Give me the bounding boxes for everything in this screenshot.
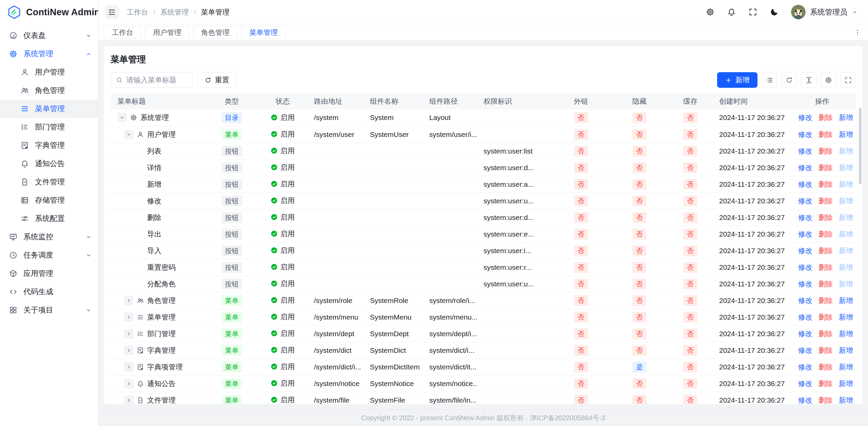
cell-permission: system:user:a... [477,176,551,192]
delete-link[interactable]: 删除 [818,297,833,304]
settings-toolbar-button[interactable] [821,72,836,88]
edit-link[interactable]: 修改 [798,180,812,188]
search-input[interactable] [126,76,188,84]
delete-link[interactable]: 删除 [818,346,833,354]
add-link[interactable]: 新增 [839,313,853,321]
delete-link[interactable]: 删除 [818,247,833,255]
delete-link[interactable]: 删除 [818,230,833,238]
add-link[interactable]: 新增 [839,297,853,304]
sidebar-subitem-file[interactable]: 文件管理 [0,173,98,191]
edit-link[interactable]: 修改 [798,230,812,238]
edit-link[interactable]: 修改 [798,197,812,205]
add-link[interactable]: 新增 [839,363,853,371]
sidebar-item-cube[interactable]: 应用管理 [0,264,98,283]
edit-link[interactable]: 修改 [798,247,812,255]
reset-button[interactable]: 重置 [197,72,236,88]
user-menu[interactable]: 系统管理员 [791,5,858,19]
edit-link[interactable]: 修改 [798,313,812,321]
column-header: 组件名称 [363,93,422,109]
sidebar-subitem-storage[interactable]: 存储管理 [0,191,98,209]
sidebar-subitem-dict[interactable]: 字典管理 [0,136,98,155]
sidebar-subitem-menu[interactable]: 菜单管理 [0,100,98,118]
delete-link[interactable]: 删除 [818,263,833,271]
settings-button[interactable] [706,7,715,17]
tab-3[interactable]: 角色管理 [193,26,238,39]
delete-link[interactable]: 删除 [818,330,833,338]
status-badge: 否 [683,112,697,123]
add-button[interactable]: 新增 [717,72,757,88]
edit-link[interactable]: 修改 [798,346,812,354]
edit-link[interactable]: 修改 [798,297,812,304]
bell-button[interactable] [727,7,736,17]
sidebar-item-dashboard[interactable]: 仪表盘 [0,26,98,45]
sidebar-item-grid[interactable]: 关于项目 [0,301,98,319]
delete-link[interactable]: 删除 [818,180,833,188]
delete-link[interactable]: 删除 [818,197,833,205]
edit-link[interactable]: 修改 [798,330,812,338]
delete-link[interactable]: 删除 [818,130,833,138]
expand-toggle[interactable] [124,329,134,339]
sidebar-item-code[interactable]: 代码生成 [0,283,98,301]
edit-link[interactable]: 修改 [798,214,812,221]
add-link[interactable]: 新增 [839,396,853,404]
line-height-toolbar-button[interactable] [801,72,816,88]
table-scrollbar[interactable] [859,108,862,184]
delete-link[interactable]: 删除 [818,280,833,288]
cell-actions: 修改删除新增 [789,176,856,192]
edit-link[interactable]: 修改 [798,280,812,288]
status-badge: 否 [632,112,647,123]
sidebar-subitem-bell[interactable]: 通知公告 [0,155,98,173]
sidebar-item-monitor[interactable]: 系统监控 [0,228,98,246]
sidebar-subitem-users[interactable]: 角色管理 [0,81,98,100]
delete-link[interactable]: 删除 [818,313,833,321]
tab-1[interactable]: 工作台 [104,26,141,39]
fullscreen-button[interactable] [748,7,757,17]
delete-link[interactable]: 删除 [818,114,833,121]
edit-link[interactable]: 修改 [798,114,812,121]
expand-toggle[interactable] [117,113,127,122]
fullscreen-toolbar-button[interactable] [840,72,856,88]
delete-link[interactable]: 删除 [818,164,833,171]
edit-link[interactable]: 修改 [798,380,812,387]
edit-link[interactable]: 修改 [798,130,812,138]
expand-toggle[interactable] [124,312,134,322]
moon-button[interactable] [770,7,779,17]
expand-toggle[interactable] [124,362,134,372]
add-link[interactable]: 新增 [839,330,853,338]
sidebar-item-clock[interactable]: 任务调度 [0,246,98,264]
expand-toggle[interactable] [124,395,134,404]
sidebar-item-settings[interactable]: 系统管理 [0,45,98,63]
edit-link[interactable]: 修改 [798,263,812,271]
delete-link[interactable]: 删除 [818,147,833,155]
add-link[interactable]: 新增 [839,346,853,354]
delete-link[interactable]: 删除 [818,214,833,221]
delete-link[interactable]: 删除 [818,380,833,387]
add-link[interactable]: 新增 [839,380,853,387]
tab-more-button[interactable] [852,27,863,38]
breadcrumb-item[interactable]: 系统管理 [160,7,189,17]
sidebar-subitem-tree[interactable]: 部门管理 [0,118,98,136]
edit-link[interactable]: 修改 [798,363,812,371]
table-row: 修改按钮启用system:user:u...否否否2024-11-17 20:3… [111,192,856,209]
cell-type: 菜单 [205,325,258,342]
expand-toggle[interactable] [124,379,134,388]
tab-4[interactable]: 菜单管理 [241,26,286,39]
sidebar-collapse-button[interactable] [105,5,119,19]
delete-link[interactable]: 删除 [818,396,833,404]
add-link[interactable]: 新增 [839,114,853,121]
refresh-toolbar-button[interactable] [781,72,797,88]
expand-toggle[interactable] [124,346,134,355]
sidebar-subitem-user[interactable]: 用户管理 [0,63,98,81]
edit-link[interactable]: 修改 [798,147,812,155]
edit-link[interactable]: 修改 [798,396,812,404]
add-link[interactable]: 新增 [839,130,853,138]
edit-link[interactable]: 修改 [798,164,812,171]
cell-component-name: System [363,109,422,126]
tab-2[interactable]: 用户管理 [145,26,190,39]
delete-link[interactable]: 删除 [818,363,833,371]
list-toolbar-button[interactable] [762,72,777,88]
expand-toggle[interactable] [124,296,134,305]
sidebar-subitem-sliders[interactable]: 系统配置 [0,209,98,228]
breadcrumb-item[interactable]: 工作台 [127,7,148,17]
expand-toggle[interactable] [124,130,134,139]
